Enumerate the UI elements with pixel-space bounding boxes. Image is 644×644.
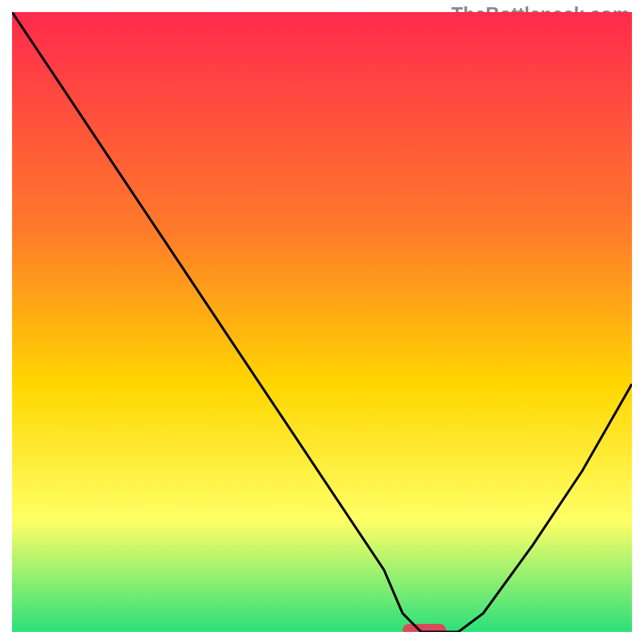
chart-container: TheBottleneck.com bbox=[0, 0, 644, 644]
bottleneck-chart bbox=[12, 12, 632, 632]
gradient-background bbox=[12, 12, 632, 632]
